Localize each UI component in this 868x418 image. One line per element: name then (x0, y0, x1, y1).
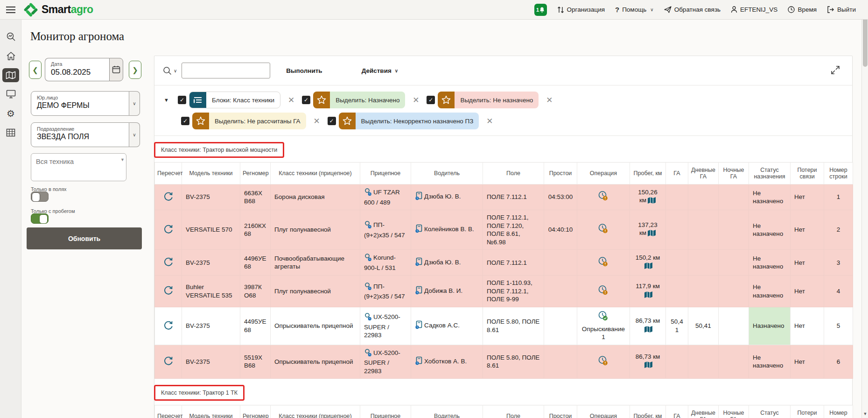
operation-alert-icon[interactable] (598, 355, 609, 368)
sidebar-item-analytics[interactable] (0, 28, 21, 45)
sidebar-item-tables[interactable] (0, 124, 21, 141)
track-map-icon[interactable] (644, 291, 653, 301)
column-header-idle[interactable]: Простои (544, 405, 577, 418)
organization-menu-item[interactable]: Организация (557, 6, 605, 14)
user-menu-item[interactable]: EFTENIJ_VS (731, 6, 777, 13)
division-select[interactable]: Подразделение ЗВЕЗДА ПОЛЯ (31, 122, 129, 147)
column-header-night_ga[interactable]: Ночные ГА (719, 163, 749, 184)
column-header-num[interactable]: Номер строки (824, 163, 853, 184)
help-menu-item[interactable]: ? Помощь ∨ (615, 6, 654, 14)
column-header-num[interactable]: Номер строки (824, 405, 853, 418)
filter-chip[interactable]: Выделить: Не рассчитаны ГА (192, 113, 306, 129)
filter-chip[interactable]: Выделить: Некорректно назначено ПЗ (339, 113, 479, 129)
legal-entity-select[interactable]: Юр.лицо ДЕМО ФЕРМЫ (31, 91, 129, 116)
column-header-idle[interactable]: Простои (544, 163, 577, 184)
track-map-icon[interactable] (644, 326, 653, 335)
driver-status-icon[interactable] (415, 286, 423, 297)
date-prev-button[interactable]: ❮ (29, 61, 42, 79)
recalculate-icon[interactable] (163, 320, 174, 333)
column-header-ga[interactable]: ГА (666, 405, 688, 418)
actions-menu-button[interactable]: Действия ∨ (362, 67, 399, 74)
search-column-selector[interactable]: ∨ (163, 66, 177, 75)
column-header-connection[interactable]: Потери связи (791, 163, 824, 184)
collapse-arrow-icon[interactable]: ▼ (164, 97, 178, 103)
date-field[interactable]: Дата 05.08.2025 (45, 58, 109, 81)
recalculate-icon[interactable] (163, 224, 174, 236)
column-header-status[interactable]: Статус назначения (749, 405, 791, 418)
implement-status-icon[interactable] (364, 253, 372, 264)
implement-status-icon[interactable] (364, 312, 372, 323)
window-scrollbar[interactable]: ▲ ▼ (861, 0, 868, 418)
hamburger-menu-icon[interactable] (0, 6, 21, 14)
operation-ok-icon[interactable] (598, 311, 609, 324)
column-header-impl_class[interactable]: Класс техники (прицепное) (271, 163, 360, 184)
sidebar-item-map-active[interactable] (0, 66, 21, 84)
filter-checkbox[interactable]: ✓ (302, 96, 310, 104)
column-header-field[interactable]: Поле (483, 163, 544, 184)
smartagro-logo[interactable]: Smartagro (23, 2, 93, 17)
column-header-connection[interactable]: Потери связи (791, 405, 824, 418)
recalculate-icon[interactable] (163, 191, 174, 204)
column-header-recalc[interactable]: Пересчет (155, 163, 182, 184)
column-header-status[interactable]: Статус назначения (749, 163, 791, 184)
time-menu-item[interactable]: Время (788, 6, 817, 13)
toggle-fields-only[interactable] (31, 191, 49, 202)
driver-status-icon[interactable] (415, 224, 423, 235)
column-header-night_ga[interactable]: Ночные ГА (719, 405, 749, 418)
notification-badge[interactable]: 1 (534, 4, 547, 16)
equipment-caret-icon[interactable]: ▼ (120, 157, 125, 162)
close-icon[interactable]: ✕ (539, 95, 560, 105)
filter-chip[interactable]: Выделить: Назначено (313, 92, 405, 108)
filter-chip[interactable]: Блоки: Класс техники (189, 92, 280, 108)
track-map-icon[interactable] (647, 229, 656, 239)
driver-status-icon[interactable] (415, 257, 423, 269)
table-search-input[interactable] (182, 63, 270, 78)
filter-checkbox[interactable]: ✓ (181, 117, 189, 125)
driver-status-icon[interactable] (415, 320, 423, 332)
recalculate-icon[interactable] (163, 355, 174, 368)
driver-status-icon[interactable] (415, 191, 423, 203)
column-header-operation[interactable]: Операция (577, 405, 630, 418)
scrollbar-down-icon[interactable]: ▼ (862, 411, 868, 416)
close-icon[interactable]: ✕ (306, 116, 328, 126)
date-next-button[interactable]: ❯ (129, 61, 141, 79)
column-header-reg[interactable]: Регномер (240, 405, 271, 418)
column-header-day_ga[interactable]: Дневные ГА (688, 405, 719, 418)
refresh-button[interactable]: Обновить (27, 227, 142, 249)
column-header-impl_class[interactable]: Класс техники (прицепное) (271, 405, 360, 418)
recalculate-icon[interactable] (163, 285, 174, 298)
column-header-model[interactable]: Модель техники (182, 163, 240, 184)
implement-status-icon[interactable] (364, 188, 372, 198)
equipment-filter-input[interactable] (31, 153, 126, 181)
sidebar-item-home[interactable] (0, 47, 21, 64)
logout-menu-item[interactable]: Выйти (827, 6, 856, 13)
column-header-ga[interactable]: ГА (666, 163, 688, 184)
operation-alert-icon[interactable] (598, 285, 609, 298)
column-header-driver[interactable]: Водитель (411, 163, 483, 184)
column-header-implement[interactable]: Прицепное (360, 405, 411, 418)
close-icon[interactable]: ✕ (405, 95, 427, 105)
sidebar-item-monitor[interactable] (0, 85, 21, 103)
legal-entity-dropdown-button[interactable]: ∨ (129, 91, 140, 116)
track-map-icon[interactable] (644, 361, 653, 371)
implement-status-icon[interactable] (364, 348, 372, 359)
column-header-implement[interactable]: Прицепное (360, 163, 411, 184)
column-header-mileage[interactable]: Пробег, км (630, 163, 666, 184)
close-icon[interactable]: ✕ (280, 95, 302, 105)
column-header-model[interactable]: Модель техники (182, 405, 240, 418)
operation-alert-icon[interactable] (598, 191, 609, 204)
filter-checkbox[interactable]: ✓ (328, 117, 336, 125)
feedback-menu-item[interactable]: Обратная связь (664, 6, 721, 13)
execute-button[interactable]: Выполнить (286, 67, 322, 74)
column-header-day_ga[interactable]: Дневные ГА (688, 163, 719, 184)
column-header-operation[interactable]: Операция (577, 163, 630, 184)
operation-alert-icon[interactable] (598, 256, 609, 269)
maximize-icon[interactable] (831, 65, 840, 77)
column-header-reg[interactable]: Регномер (240, 163, 271, 184)
column-header-recalc[interactable]: Пересчет (155, 405, 182, 418)
operation-alert-icon[interactable] (598, 223, 609, 236)
track-map-icon[interactable] (644, 262, 653, 272)
calendar-button[interactable] (109, 58, 123, 81)
track-map-icon[interactable] (647, 197, 656, 206)
filter-chip[interactable]: Выделить: Не назначено (438, 92, 539, 108)
